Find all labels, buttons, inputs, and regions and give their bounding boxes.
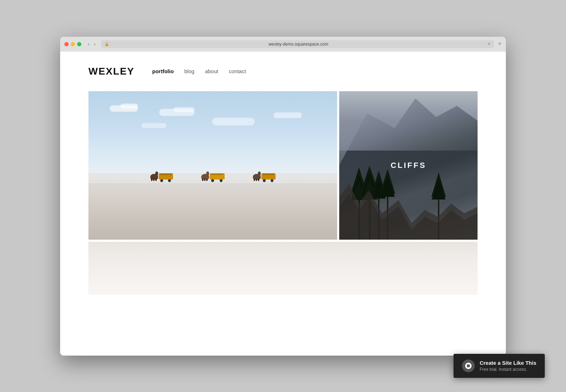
nav-arrows: ‹ › bbox=[86, 40, 97, 48]
nav-contact[interactable]: contact bbox=[229, 68, 246, 74]
beach-wagons-image bbox=[88, 91, 337, 240]
clouds bbox=[88, 102, 337, 144]
address-bar[interactable]: 🔒 wexley-demo.squarespace.com ✕ bbox=[101, 40, 495, 48]
squarespace-logo-svg bbox=[464, 362, 472, 370]
site-nav: portfolio blog about contact bbox=[152, 68, 246, 74]
cta-text-group: Create a Site Like This Free trial. Inst… bbox=[480, 360, 536, 372]
grid-row-top: CLIFFS bbox=[88, 91, 478, 240]
horse-1 bbox=[150, 174, 158, 180]
cta-banner[interactable]: Create a Site Like This Free trial. Inst… bbox=[454, 354, 545, 378]
wagon-3 bbox=[253, 173, 276, 180]
trees-svg bbox=[339, 158, 478, 240]
nav-about[interactable]: about bbox=[205, 68, 218, 74]
portfolio-grid: CLIFFS bbox=[60, 88, 506, 295]
grid-row-bottom bbox=[88, 242, 478, 295]
browser-top-bar: ‹ › 🔒 wexley-demo.squarespace.com ✕ + bbox=[64, 40, 502, 52]
lock-icon: 🔒 bbox=[104, 42, 109, 46]
portfolio-item-bottom[interactable] bbox=[88, 242, 478, 295]
nav-portfolio[interactable]: portfolio bbox=[152, 68, 174, 74]
nav-blog[interactable]: blog bbox=[184, 68, 194, 74]
browser-window: ‹ › 🔒 wexley-demo.squarespace.com ✕ + WE… bbox=[60, 37, 506, 356]
wagon-1 bbox=[150, 173, 173, 180]
back-button[interactable]: ‹ bbox=[86, 40, 91, 48]
cliffs-label: CLIFFS bbox=[391, 161, 426, 170]
portfolio-item-cliffs[interactable]: CLIFFS bbox=[339, 91, 478, 240]
traffic-lights bbox=[64, 42, 81, 46]
wagon-body-2 bbox=[210, 173, 225, 180]
squarespace-icon bbox=[462, 359, 475, 372]
portfolio-item-beach-wagons[interactable] bbox=[88, 91, 337, 240]
horse-3 bbox=[253, 174, 261, 180]
bottom-image bbox=[88, 242, 478, 295]
tab-close-button[interactable]: ✕ bbox=[487, 42, 491, 46]
cloud-4 bbox=[173, 107, 195, 112]
trees-overlay bbox=[339, 158, 478, 240]
url-text: wexley-demo.squarespace.com bbox=[111, 42, 486, 47]
wagon-body-3 bbox=[261, 173, 276, 180]
cta-main-text: Create a Site Like This bbox=[480, 360, 536, 366]
maximize-traffic-light[interactable] bbox=[77, 42, 81, 46]
cta-sub-text: Free trial. Instant access. bbox=[480, 367, 536, 372]
site-logo[interactable]: WEXLEY bbox=[88, 66, 134, 77]
wagon-body-1 bbox=[159, 173, 173, 180]
cloud-5 bbox=[273, 112, 302, 118]
minimize-traffic-light[interactable] bbox=[71, 42, 75, 46]
site-header: WEXLEY portfolio blog about contact bbox=[60, 52, 506, 88]
browser-chrome: ‹ › 🔒 wexley-demo.squarespace.com ✕ + bbox=[60, 37, 506, 52]
forward-button[interactable]: › bbox=[92, 40, 97, 48]
new-tab-button[interactable]: + bbox=[498, 40, 502, 48]
horse-2 bbox=[201, 174, 209, 180]
cloud-6 bbox=[212, 118, 255, 125]
water-reflection bbox=[88, 183, 337, 240]
cloud-7 bbox=[142, 123, 166, 128]
wagons-group bbox=[150, 173, 276, 180]
cliffs-image: CLIFFS bbox=[339, 91, 478, 240]
wagon-2 bbox=[201, 173, 225, 180]
close-traffic-light[interactable] bbox=[64, 42, 69, 46]
cloud-2 bbox=[120, 104, 138, 109]
browser-content: WEXLEY portfolio blog about contact bbox=[60, 52, 506, 356]
